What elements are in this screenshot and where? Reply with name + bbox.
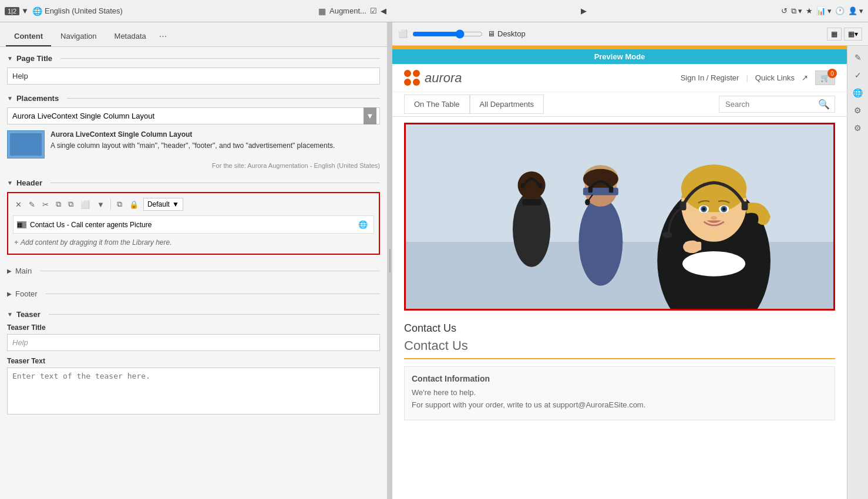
contact-us-image-title: Contact Us xyxy=(392,316,847,338)
header-edit-btn[interactable]: ✎ xyxy=(26,199,38,210)
version-badge: 1|2 xyxy=(5,7,19,15)
search-input[interactable] xyxy=(719,96,813,112)
sidebar-gear-icon2[interactable]: ⚙ xyxy=(851,121,865,135)
cart-badge: 0 xyxy=(827,69,837,78)
tab-bar: Content Navigation Metadata ··· xyxy=(0,22,387,47)
teaser-collapse-icon[interactable]: ▼ xyxy=(7,311,13,318)
preview-grid-btn1[interactable]: ▦ xyxy=(827,28,842,41)
header-delete-btn[interactable]: ✕ xyxy=(13,199,24,210)
divider-handle xyxy=(389,249,391,272)
search-button[interactable]: 🔍 xyxy=(813,96,835,112)
tab-navigation[interactable]: Navigation xyxy=(52,27,105,46)
check-icon-btn[interactable]: ☑ xyxy=(370,6,377,15)
placement-info-title: Aurora LiveContext Single Column Layout xyxy=(51,130,380,139)
language-btn[interactable]: 🌐 English (United States) xyxy=(32,6,123,16)
main-divider xyxy=(40,271,380,271)
teaser-text-input[interactable] xyxy=(7,367,380,414)
star-icon: ★ xyxy=(806,6,813,15)
nav-item-all-departments[interactable]: All Departments xyxy=(470,95,544,114)
language-label: English (United States) xyxy=(45,6,123,15)
placements-header: ▼ Placements xyxy=(7,94,380,103)
header-collapse-icon[interactable]: ▼ xyxy=(7,180,13,186)
preview-content: Preview Mode aurora Sign In / xyxy=(392,46,847,499)
chart-dropdown: ▾ xyxy=(827,6,832,15)
nav-divider: | xyxy=(746,73,748,82)
contact-info-text2: For support with your order, write to us… xyxy=(412,400,827,409)
main-expand-icon: ▶ xyxy=(7,268,12,274)
user-dropdown: ▾ xyxy=(859,6,863,15)
svg-rect-12 xyxy=(588,187,592,193)
clock-btn[interactable]: 🕐 xyxy=(835,6,845,15)
teaser-section: ▼ Teaser Teaser Title Teaser Text xyxy=(7,310,380,416)
panel-divider[interactable] xyxy=(388,22,392,499)
placement-select-wrapper: Aurora LiveContext Single Column Layout … xyxy=(7,107,380,124)
add-content-plus: + xyxy=(14,238,18,247)
augment-btn[interactable]: ▦ Augment... xyxy=(317,6,366,16)
augment-icon: ▦ xyxy=(317,6,328,16)
header-square-btn[interactable]: ⬜ xyxy=(78,199,92,210)
placement-info: Aurora LiveContext Single Column Layout … xyxy=(7,130,380,159)
header-content-box: ✕ ✎ ✂ ⧉ ⧉ ⬜ ▼ ⧉ 🔒 Default ▼ xyxy=(7,192,380,255)
open-new-btn[interactable]: ⧉ ▾ xyxy=(791,6,802,16)
placement-select[interactable]: Aurora LiveContext Single Column Layout xyxy=(7,107,380,124)
refresh-btn[interactable]: ↺ xyxy=(781,6,788,15)
placements-collapse-icon[interactable]: ▼ xyxy=(7,95,13,102)
page-title-collapse-icon[interactable]: ▼ xyxy=(7,55,13,62)
svg-point-15 xyxy=(585,199,590,205)
teaser-title-input[interactable] xyxy=(7,334,380,351)
preview-grid-btn2[interactable]: ▦▾ xyxy=(844,28,862,41)
header-dropdown-btn[interactable]: ▼ xyxy=(95,199,107,210)
sidebar-globe-icon[interactable]: 🌐 xyxy=(851,86,865,100)
content-item-label: Contact Us - Call center agents Picture xyxy=(30,221,152,229)
footer-collapsible-header[interactable]: ▶ Footer xyxy=(7,287,380,301)
user-btn[interactable]: 👤 ▾ xyxy=(848,6,863,15)
footer-expand-icon: ▶ xyxy=(7,291,12,297)
site-header: aurora Sign In / Register | Quick Links … xyxy=(392,64,847,92)
forward-btn[interactable]: ▶ xyxy=(581,6,587,15)
placements-section: ▼ Placements Aurora LiveContext Single C… xyxy=(7,94,380,169)
teaser-header: ▼ Teaser xyxy=(7,310,380,319)
main-collapsible-header[interactable]: ▶ Main xyxy=(7,264,380,278)
sidebar-gear-icon1[interactable]: ⚙ xyxy=(851,103,865,117)
header-toolbar: ✕ ✎ ✂ ⧉ ⧉ ⬜ ▼ ⧉ 🔒 Default ▼ xyxy=(13,198,374,211)
header-default-dropdown[interactable]: Default ▼ xyxy=(143,198,183,211)
preview-slider[interactable] xyxy=(412,29,483,39)
page-title-divider xyxy=(60,58,380,59)
header-lock-btn[interactable]: 🔒 xyxy=(127,199,141,210)
site-nav-right: Sign In / Register | Quick Links ↗ 🛒 0 xyxy=(681,70,835,85)
back-icon: ◀ xyxy=(381,6,386,15)
site-logo: aurora xyxy=(404,70,462,86)
header-link-btn[interactable]: ⧉ xyxy=(115,198,125,210)
tab-metadata[interactable]: Metadata xyxy=(106,27,154,46)
contact-info-text1: We're here to help. xyxy=(412,388,827,397)
version-btn[interactable]: 1|2 ▼ xyxy=(5,6,29,15)
contact-info-title: Contact Information xyxy=(412,374,827,383)
teaser-text-label: Teaser Text xyxy=(7,357,380,365)
search-bar: 🔍 xyxy=(719,96,835,113)
page-title-input[interactable] xyxy=(7,68,380,85)
footer-divider xyxy=(46,294,380,294)
content-item-globe-btn[interactable]: 🌐 xyxy=(356,219,370,230)
header-copy-btn[interactable]: ⧉ xyxy=(53,198,63,210)
contact-info-box: Contact Information We're here to help. … xyxy=(404,366,835,420)
cart-icon[interactable]: 🛒 0 xyxy=(815,70,835,85)
back-btn[interactable]: ◀ xyxy=(381,6,386,15)
preview-layout-icon[interactable]: ⬜ xyxy=(398,29,408,38)
star-btn[interactable]: ★ xyxy=(806,6,813,15)
sidebar-check-icon[interactable]: ✓ xyxy=(851,68,865,82)
tab-more[interactable]: ··· xyxy=(156,26,170,46)
header-paste-btn[interactable]: ⧉ xyxy=(66,198,76,210)
sign-in-link[interactable]: Sign In / Register xyxy=(681,73,739,82)
open-new-dropdown: ▾ xyxy=(798,6,802,15)
add-content-area[interactable]: + Add content by dragging it from the Li… xyxy=(13,236,374,249)
header-cut-btn[interactable]: ✂ xyxy=(40,199,51,210)
sidebar-edit-icon[interactable]: ✎ xyxy=(851,50,865,65)
quick-links-link[interactable]: Quick Links xyxy=(755,73,795,82)
preview-toolbar-right: ▦ ▦▾ xyxy=(827,28,862,41)
analytics-btn[interactable]: 📊 ▾ xyxy=(816,6,832,15)
version-dropdown-icon: ▼ xyxy=(21,6,29,15)
nav-item-on-the-table[interactable]: On The Table xyxy=(404,95,470,114)
header-section: ▼ Header ✕ ✎ ✂ ⧉ ⧉ ⬜ ▼ ⧉ 🔒 xyxy=(7,178,380,255)
tab-content[interactable]: Content xyxy=(6,27,51,46)
chart-icon: 📊 xyxy=(816,6,826,15)
